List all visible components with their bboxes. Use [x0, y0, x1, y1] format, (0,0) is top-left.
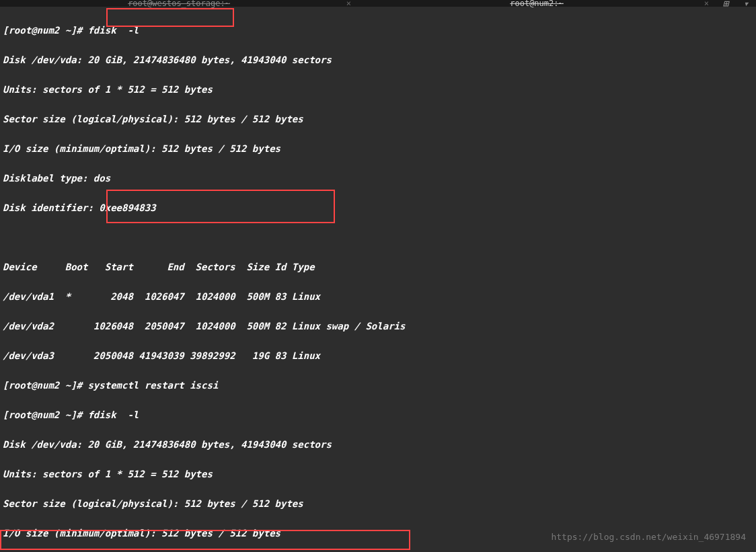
- menu-icon[interactable]: ▾: [743, 0, 749, 9]
- tab-title-2: root@num2:~: [510, 0, 563, 8]
- units-line: Units: sectors of 1 * 512 = 512 bytes: [3, 82, 753, 97]
- tab-title-1: root@westos_storage:~: [128, 0, 230, 8]
- close-icon[interactable]: ×: [704, 0, 709, 8]
- partition-row: /dev/vda3 2050048 41943039 39892992 19G …: [3, 348, 753, 363]
- tab-num2[interactable]: root@num2:~ ×: [358, 0, 716, 7]
- watermark: https://blog.csdn.net/weixin_46971894: [551, 532, 746, 542]
- command-fdisk: fdisk -l: [82, 409, 139, 420]
- io-size-line: I/O size (minimum/optimal): 512 bytes / …: [3, 141, 753, 156]
- highlight-box-3: [0, 530, 410, 550]
- tab-bar: root@westos_storage:~ × root@num2:~ × ⊞ …: [0, 0, 756, 7]
- close-icon[interactable]: ×: [346, 0, 351, 8]
- table-header: Device Boot Start End Sectors Size Id Ty…: [3, 260, 753, 274]
- prompt-line: [root@num2 ~]# fdisk -l: [3, 407, 753, 422]
- disk-header: Disk /dev/vda: 20 GiB, 21474836480 bytes…: [3, 437, 753, 452]
- prompt-line: [root@num2 ~]# systemctl restart iscsi: [3, 378, 753, 393]
- partition-row: /dev/vda1 * 2048 1026047 1024000 500M 83…: [3, 289, 753, 304]
- tab-westos[interactable]: root@westos_storage:~ ×: [0, 0, 358, 7]
- highlight-box-1: [106, 8, 234, 27]
- command-systemctl: systemctl restart iscsi: [82, 380, 218, 391]
- blank-line: [3, 230, 753, 245]
- toolbar-icons: ⊞ ▾: [716, 0, 756, 9]
- units-line: Units: sectors of 1 * 512 = 512 bytes: [3, 467, 753, 481]
- partition-row: /dev/vda2 1026048 2050047 1024000 500M 8…: [3, 319, 753, 333]
- highlight-box-2: [106, 190, 335, 223]
- disklabel-line: Disklabel type: dos: [3, 171, 753, 186]
- sector-size-line: Sector size (logical/physical): 512 byte…: [3, 496, 753, 511]
- disk-header: Disk /dev/vda: 20 GiB, 21474836480 bytes…: [3, 52, 753, 67]
- terminal-output[interactable]: [root@num2 ~]# fdisk -l Disk /dev/vda: 2…: [0, 7, 756, 552]
- sector-size-line: Sector size (logical/physical): 512 byte…: [3, 112, 753, 126]
- new-tab-icon[interactable]: ⊞: [723, 0, 728, 9]
